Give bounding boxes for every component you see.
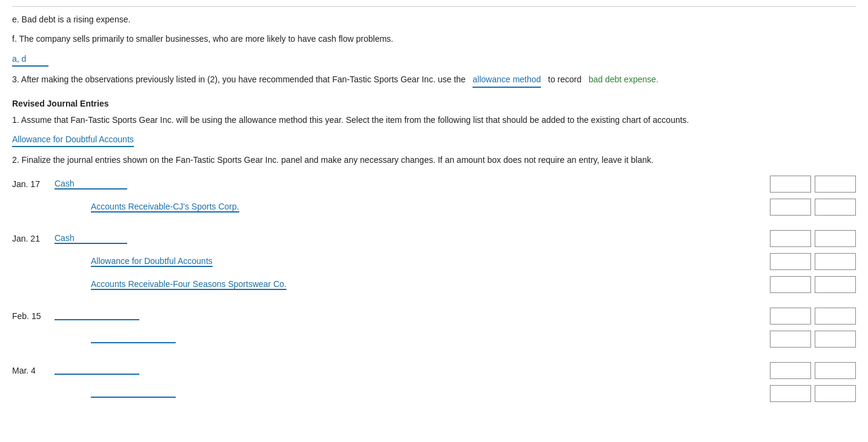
mar4-debit-row: Mar. 4 (12, 361, 856, 380)
feb15-debit-account (55, 309, 764, 322)
jan21-credit2-amount1[interactable] (770, 276, 811, 293)
jan17-cash-label: Cash (55, 179, 127, 190)
feb15-credit-inputs (770, 331, 856, 348)
mar4-credit-account (55, 387, 764, 400)
feb15-group: Feb. 15 (12, 306, 856, 349)
jan17-debit-account: Cash (55, 179, 764, 190)
jan21-credit1-amount2[interactable] (815, 253, 856, 270)
q2-line: 2. Finalize the journal entries shown on… (12, 153, 856, 167)
line-f: f. The company sells primarily to smalle… (12, 32, 856, 45)
jan21-date: Jan. 21 (12, 234, 55, 243)
allowance-method-link[interactable]: allowance method (472, 73, 541, 87)
jan21-credit2-amount2[interactable] (815, 276, 856, 293)
line-e: e. Bad debt is a rising expense. (12, 13, 856, 26)
mar4-debit-amount2[interactable] (815, 362, 856, 379)
text-e: e. Bad debt is a rising expense. (12, 15, 130, 24)
text-f: f. The company sells primarily to smalle… (12, 34, 393, 44)
jan21-credit2-account: Accounts Receivable-Four Seasons Sportsw… (55, 279, 764, 290)
answer-ef-line: a, d (12, 52, 856, 67)
jan21-debit-account: Cash (55, 233, 764, 244)
answer-ef[interactable]: a, d (12, 52, 48, 67)
jan21-credit1-row: Allowance for Doubtful Accounts (12, 252, 856, 271)
revised-journal-title: Revised Journal Entries (12, 99, 856, 108)
jan17-debit-inputs (770, 176, 856, 193)
jan17-ar-label: Accounts Receivable-CJ's Sports Corp. (91, 202, 239, 213)
jan17-group: Jan. 17 Cash Accounts Receivable-CJ's Sp… (12, 174, 856, 217)
jan17-debit-row: Jan. 17 Cash (12, 174, 856, 194)
mar4-date: Mar. 4 (12, 366, 55, 375)
mar4-credit-amount1[interactable] (770, 385, 811, 402)
bad-debt-expense-link[interactable]: bad debt expense. (589, 74, 658, 84)
jan21-allowance-label: Allowance for Doubtful Accounts (91, 256, 213, 267)
feb15-credit-account (55, 332, 764, 345)
mar4-credit-blank[interactable] (91, 387, 176, 398)
feb15-debit-amount1[interactable] (770, 308, 811, 325)
q1-line: 1. Assume that Fan-Tastic Sports Gear In… (12, 113, 856, 127)
jan21-debit-inputs (770, 230, 856, 247)
feb15-credit-amount1[interactable] (770, 331, 811, 348)
jan17-credit-row: Accounts Receivable-CJ's Sports Corp. (12, 197, 856, 217)
feb15-debit-amount2[interactable] (815, 308, 856, 325)
jan17-credit-amount1[interactable] (770, 199, 811, 216)
mar4-credit-inputs (770, 385, 856, 402)
mar4-debit-amount1[interactable] (770, 362, 811, 379)
mar4-credit-row (12, 384, 856, 403)
jan21-credit1-inputs (770, 253, 856, 270)
feb15-date: Feb. 15 (12, 311, 55, 321)
q3-text-before: 3. After making the observations previou… (12, 74, 466, 84)
feb15-debit-inputs (770, 308, 856, 325)
feb15-credit-amount2[interactable] (815, 331, 856, 348)
mar4-debit-account (55, 364, 764, 377)
jan21-ar-four-seasons-label: Accounts Receivable-Four Seasons Sportsw… (91, 279, 287, 290)
journal-section: Jan. 17 Cash Accounts Receivable-CJ's Sp… (12, 174, 856, 403)
feb15-debit-blank[interactable] (55, 309, 139, 320)
mar4-group: Mar. 4 (12, 361, 856, 403)
jan17-credit-account: Accounts Receivable-CJ's Sports Corp. (55, 202, 764, 213)
jan17-credit-amount2[interactable] (815, 199, 856, 216)
jan21-debit-amount2[interactable] (815, 230, 856, 247)
jan17-debit-amount2[interactable] (815, 176, 856, 193)
jan21-debit-amount1[interactable] (770, 230, 811, 247)
mar4-debit-blank[interactable] (55, 364, 139, 375)
jan21-credit2-row: Accounts Receivable-Four Seasons Sportsw… (12, 275, 856, 294)
mar4-debit-inputs (770, 362, 856, 379)
jan21-cash-label: Cash (55, 233, 127, 244)
jan21-credit2-inputs (770, 276, 856, 293)
feb15-credit-row (12, 329, 856, 349)
feb15-debit-row: Feb. 15 (12, 306, 856, 326)
jan17-credit-inputs (770, 199, 856, 216)
allowance-for-doubtful-link[interactable]: Allowance for Doubtful Accounts (12, 133, 134, 147)
feb15-credit-blank[interactable] (91, 332, 176, 343)
jan17-date: Jan. 17 (12, 179, 55, 189)
q2-text: 2. Finalize the journal entries shown on… (12, 155, 654, 165)
q3-text-after: to record (548, 74, 581, 84)
q3-line: 3. After making the observations previou… (12, 73, 856, 87)
jan21-debit-row: Jan. 21 Cash (12, 229, 856, 248)
q1-text: 1. Assume that Fan-Tastic Sports Gear In… (12, 115, 689, 125)
allowance-answer-line: Allowance for Doubtful Accounts (12, 133, 856, 147)
jan21-group: Jan. 21 Cash Allowance for Doubtful Acco… (12, 229, 856, 294)
mar4-credit-amount2[interactable] (815, 385, 856, 402)
jan21-credit1-account: Allowance for Doubtful Accounts (55, 256, 764, 267)
jan17-debit-amount1[interactable] (770, 176, 811, 193)
jan21-credit1-amount1[interactable] (770, 253, 811, 270)
